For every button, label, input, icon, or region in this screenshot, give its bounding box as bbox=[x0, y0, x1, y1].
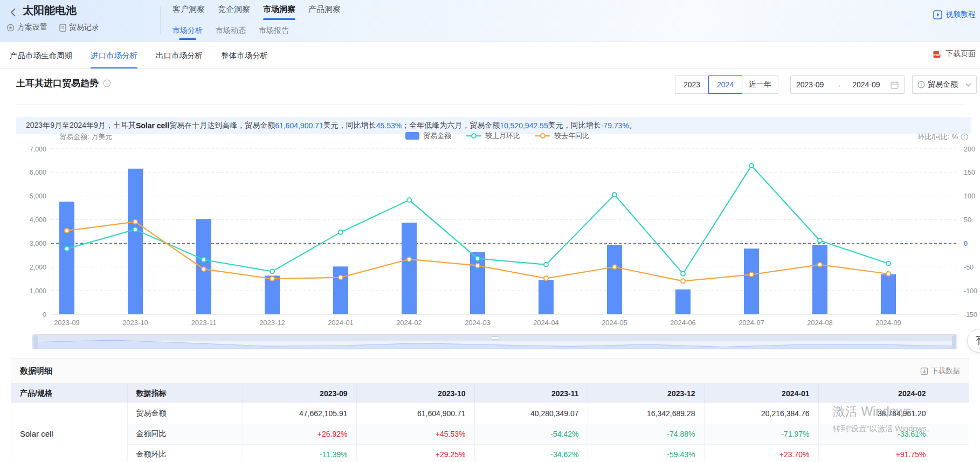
point-2023-09[interactable] bbox=[65, 246, 69, 251]
divider bbox=[16, 104, 964, 105]
point-2024-08[interactable] bbox=[818, 263, 822, 267]
point-2024-06[interactable] bbox=[681, 272, 685, 276]
download-data-button[interactable]: 下载数据 bbox=[920, 366, 960, 376]
bar-swatch-icon bbox=[405, 132, 419, 140]
summary-segment: 美元，同比增长 bbox=[548, 121, 601, 130]
table-cell-partial bbox=[935, 403, 969, 424]
point-2023-10[interactable] bbox=[133, 219, 137, 224]
summary-segment: 。 bbox=[629, 121, 637, 130]
point-2024-01[interactable] bbox=[339, 230, 343, 235]
trend-chart[interactable]: 7,0002006,0001505,0001004,000503,00002,0… bbox=[0, 141, 980, 331]
bar-2024-07[interactable] bbox=[744, 249, 759, 314]
metric-select[interactable]: 贸易金额 bbox=[912, 75, 977, 94]
point-2024-04[interactable] bbox=[544, 276, 548, 280]
legend-item-bar[interactable]: 贸易金额 bbox=[405, 131, 451, 141]
left-axis-unit-label: 贸易金额: 万美元 bbox=[59, 132, 112, 142]
svg-text:2,000: 2,000 bbox=[30, 264, 46, 271]
table-cell: 38,764,961.20 bbox=[818, 403, 935, 424]
point-2023-11[interactable] bbox=[202, 258, 206, 262]
metric-cell: 贸易金额 bbox=[127, 403, 243, 424]
datazoom-left-handle[interactable] bbox=[33, 335, 38, 349]
back-button[interactable] bbox=[9, 6, 18, 18]
info-icon[interactable] bbox=[961, 133, 968, 141]
tab-competitor-insight[interactable]: 竞企洞察 bbox=[218, 4, 250, 20]
insight-tabs: 客户洞察 竞企洞察 市场洞察 产品洞察 bbox=[172, 4, 341, 20]
point-2024-04[interactable] bbox=[544, 263, 548, 267]
tab-product-insight[interactable]: 产品洞察 bbox=[308, 4, 341, 20]
bar-2024-05[interactable] bbox=[607, 245, 622, 314]
legend-item-right[interactable]: 较去年同比 bbox=[535, 131, 589, 141]
datazoom-grip[interactable] bbox=[491, 336, 499, 340]
date-range-picker[interactable]: 2023-09 → 2024-09 bbox=[790, 75, 905, 94]
point-2024-02[interactable] bbox=[407, 257, 411, 261]
subtab-market-report[interactable]: 市场报告 bbox=[259, 26, 289, 40]
video-tutorial-link[interactable]: 视频教程 bbox=[933, 10, 976, 19]
summary-segment: 10,520,942.55 bbox=[500, 121, 548, 130]
scheme-settings-link[interactable]: 方案设置 bbox=[6, 23, 47, 32]
legend-label: 较上月环比 bbox=[485, 131, 520, 141]
year-2024-button[interactable]: 2024 bbox=[708, 75, 742, 94]
bar-2024-03[interactable] bbox=[470, 252, 485, 314]
back-to-top-button[interactable] bbox=[967, 329, 980, 353]
legend-label: 较去年同比 bbox=[554, 131, 589, 141]
download-page-button[interactable]: PDF 下载页面 bbox=[933, 49, 976, 59]
bar-2023-09[interactable] bbox=[59, 202, 74, 314]
bar-2024-02[interactable] bbox=[402, 223, 417, 314]
page-title: 太阳能电池 bbox=[23, 3, 77, 18]
bar-2024-01[interactable] bbox=[333, 266, 348, 314]
summary-segment: -79.73% bbox=[601, 121, 629, 130]
datazoom-right-handle[interactable] bbox=[952, 335, 956, 349]
bar-2024-06[interactable] bbox=[675, 289, 691, 314]
bar-2024-09[interactable] bbox=[881, 274, 896, 314]
svg-text:200: 200 bbox=[964, 146, 975, 153]
point-2024-09[interactable] bbox=[886, 261, 891, 266]
nav-export-analysis[interactable]: 出口市场分析 bbox=[156, 43, 203, 68]
point-2024-03[interactable] bbox=[475, 264, 480, 268]
bar-2024-08[interactable] bbox=[812, 245, 827, 314]
table-row: 金额环比-11.39%+29.25%-34.62%-59.43%+23.70%+… bbox=[11, 444, 969, 462]
tab-customer-insight[interactable]: 客户洞察 bbox=[172, 4, 205, 20]
point-2024-07[interactable] bbox=[749, 163, 754, 168]
legend-item-right[interactable]: 较上月环比 bbox=[466, 131, 520, 141]
bar-2023-10[interactable] bbox=[128, 169, 143, 314]
point-2024-08[interactable] bbox=[818, 238, 822, 243]
nav-product-lifecycle[interactable]: 产品市场生命周期 bbox=[10, 43, 72, 68]
point-2024-07[interactable] bbox=[749, 272, 754, 277]
trade-records-link[interactable]: 贸易记录 bbox=[59, 23, 99, 32]
point-2024-03[interactable] bbox=[475, 257, 480, 261]
pdf-icon: PDF bbox=[933, 50, 942, 59]
point-2024-05[interactable] bbox=[612, 192, 617, 197]
point-2024-01[interactable] bbox=[339, 275, 343, 280]
point-2024-02[interactable] bbox=[407, 198, 411, 202]
datazoom-slider[interactable] bbox=[32, 334, 957, 349]
point-2024-09[interactable] bbox=[886, 272, 891, 276]
subtab-market-analysis[interactable]: 市场分析 bbox=[172, 26, 203, 40]
table-cell: -11.39% bbox=[243, 444, 356, 462]
info-icon[interactable] bbox=[103, 79, 111, 87]
summary-segment: 45.53% bbox=[376, 121, 402, 130]
recent-year-button[interactable]: 近一年 bbox=[742, 75, 778, 94]
analysis-nav: 产品市场生命周期 进口市场分析 出口市场分析 整体市场分析 PDF 下载页面 bbox=[0, 43, 980, 69]
point-2023-09[interactable] bbox=[65, 229, 69, 233]
svg-text:2023-09: 2023-09 bbox=[54, 319, 80, 327]
tab-market-insight[interactable]: 市场洞察 bbox=[263, 4, 295, 20]
svg-text:2024-07: 2024-07 bbox=[739, 319, 764, 327]
summary-segment: 2023年9月至2024年9月，土耳其 bbox=[26, 121, 136, 130]
bar-2024-04[interactable] bbox=[539, 280, 554, 314]
scheme-settings-label: 方案设置 bbox=[17, 23, 47, 32]
year-2023-button[interactable]: 2023 bbox=[675, 75, 709, 94]
metric-select-value: 贸易金额 bbox=[928, 80, 958, 89]
table-cell: +23.70% bbox=[704, 444, 818, 462]
svg-text:6,000: 6,000 bbox=[30, 169, 46, 176]
point-2023-10[interactable] bbox=[133, 227, 137, 232]
point-2024-05[interactable] bbox=[612, 265, 617, 269]
point-2024-06[interactable] bbox=[681, 279, 685, 283]
nav-overall-analysis[interactable]: 整体市场分析 bbox=[221, 43, 268, 68]
nav-import-analysis[interactable]: 进口市场分析 bbox=[91, 43, 137, 68]
table-cell-partial bbox=[935, 444, 969, 462]
subtab-market-dynamics[interactable]: 市场动态 bbox=[216, 26, 246, 40]
point-2023-11[interactable] bbox=[202, 267, 206, 271]
table-col-header: 产品/规格 bbox=[11, 384, 127, 403]
point-2023-12[interactable] bbox=[270, 277, 274, 281]
point-2023-12[interactable] bbox=[270, 270, 274, 274]
